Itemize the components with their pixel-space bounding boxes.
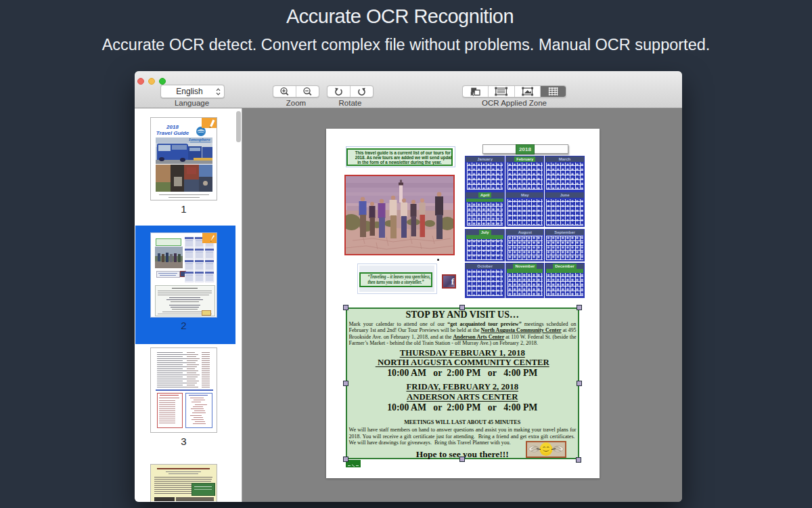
- svg-text:Ionosphere: Ionosphere: [188, 137, 210, 142]
